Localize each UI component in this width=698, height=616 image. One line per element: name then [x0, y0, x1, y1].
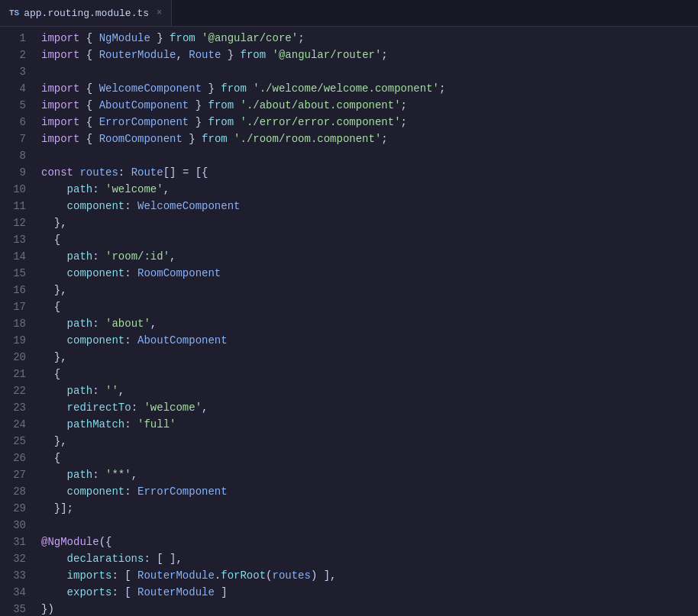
token-punc: },	[41, 282, 67, 298]
code-line: import { AboutComponent } from './about/…	[38, 97, 698, 114]
token-decorator: @NgModule	[41, 534, 99, 550]
token-punc: :	[124, 416, 137, 433]
token-property: exports	[67, 584, 112, 601]
token-punc: [] = [{	[163, 164, 208, 181]
token-cls: NgModule	[99, 30, 150, 47]
line-number: 4	[6, 80, 26, 97]
token-kw: import	[41, 80, 79, 97]
line-number: 8	[6, 147, 26, 164]
token-cls: RoomComponent	[137, 265, 221, 282]
token-property: path	[67, 382, 93, 399]
code-line: path: 'about',	[38, 315, 698, 332]
token-str: './welcome/welcome.component'	[253, 80, 439, 97]
line-number: 18	[6, 315, 26, 332]
token-punc: ;	[298, 30, 304, 47]
token-punc: ,	[118, 382, 124, 399]
token-punc: ,	[131, 466, 137, 483]
token-kw: const	[41, 164, 73, 181]
line-number: 30	[6, 517, 26, 534]
line-number: 7	[6, 131, 26, 147]
tab-close-button[interactable]: ×	[157, 8, 162, 18]
token-property: pathMatch	[67, 416, 125, 433]
token-kw2: from	[221, 80, 247, 97]
line-numbers: 1234567891011121314151617181920212223242…	[0, 27, 38, 616]
token-punc: ,	[176, 47, 189, 63]
token-punc	[41, 550, 67, 567]
token-cls: RouterModule	[137, 584, 215, 601]
line-number: 17	[6, 298, 26, 315]
token-kw: import	[41, 30, 79, 47]
token-punc: {	[79, 80, 99, 97]
token-punc: }	[150, 30, 170, 47]
token-kw2: from	[241, 47, 267, 63]
token-cls: Route	[189, 47, 221, 63]
code-line: path: '**',	[38, 466, 698, 483]
token-punc: : [	[111, 567, 137, 584]
line-number: 33	[6, 567, 26, 584]
token-punc: {	[79, 131, 99, 147]
active-tab[interactable]: TS app.routing.module.ts ×	[0, 0, 172, 26]
token-str: 'welcome'	[144, 399, 202, 416]
line-number: 16	[6, 282, 26, 298]
token-kw: import	[41, 47, 79, 63]
token-punc: },	[41, 433, 67, 450]
token-punc	[266, 47, 272, 63]
token-punc: ,	[202, 399, 208, 416]
token-kw: import	[41, 131, 79, 147]
line-number: 9	[6, 164, 26, 181]
token-punc: ;	[439, 80, 445, 97]
line-number: 1	[6, 30, 26, 47]
token-property: component	[67, 198, 125, 214]
code-area[interactable]: import { NgModule } from '@angular/core'…	[38, 27, 698, 616]
line-number: 13	[6, 231, 26, 248]
code-line: },	[38, 282, 698, 298]
line-number: 34	[6, 584, 26, 601]
code-line: @NgModule({	[38, 534, 698, 550]
line-number: 2	[6, 47, 26, 63]
token-punc: :	[92, 315, 105, 332]
code-line: {	[38, 231, 698, 248]
token-kw: import	[41, 97, 79, 114]
code-line: path: 'welcome',	[38, 181, 698, 198]
token-cls: AboutComponent	[137, 332, 228, 349]
token-punc	[41, 483, 67, 500]
code-line	[38, 147, 698, 164]
line-number: 24	[6, 416, 26, 433]
token-punc: :	[124, 265, 137, 282]
token-str: './about/about.component'	[241, 97, 401, 114]
line-number: 22	[6, 382, 26, 399]
token-punc: :	[118, 164, 131, 181]
code-line: component: WelcomeComponent	[38, 198, 698, 214]
token-routes-var: routes	[79, 164, 118, 181]
token-kw2: from	[208, 114, 234, 131]
token-punc: {	[79, 114, 99, 131]
token-punc: ({	[99, 534, 112, 550]
code-line: component: RoomComponent	[38, 265, 698, 282]
token-property: imports	[67, 567, 112, 584]
code-line: {	[38, 450, 698, 466]
token-punc	[41, 399, 67, 416]
token-cls: Route	[131, 164, 163, 181]
token-punc: ,	[150, 315, 157, 332]
token-punc: }	[221, 47, 240, 63]
token-punc	[41, 248, 67, 265]
line-number: 5	[6, 97, 26, 114]
code-line: },	[38, 214, 698, 231]
token-punc: {	[41, 366, 60, 382]
token-property: component	[67, 332, 125, 349]
line-number: 21	[6, 366, 26, 382]
token-str: '**'	[105, 466, 131, 483]
token-cls: RoomComponent	[99, 131, 183, 147]
token-property: path	[67, 181, 93, 198]
token-cls: RouterModule	[99, 47, 176, 63]
token-punc: :	[124, 483, 137, 500]
line-number: 27	[6, 466, 26, 483]
token-punc	[41, 382, 67, 399]
token-property: component	[67, 483, 125, 500]
token-punc: ;	[381, 47, 387, 63]
token-punc	[41, 198, 67, 214]
token-punc	[41, 332, 67, 349]
token-str: 'full'	[137, 416, 176, 433]
code-line: }];	[38, 500, 698, 517]
token-cls: WelcomeComponent	[99, 80, 202, 97]
